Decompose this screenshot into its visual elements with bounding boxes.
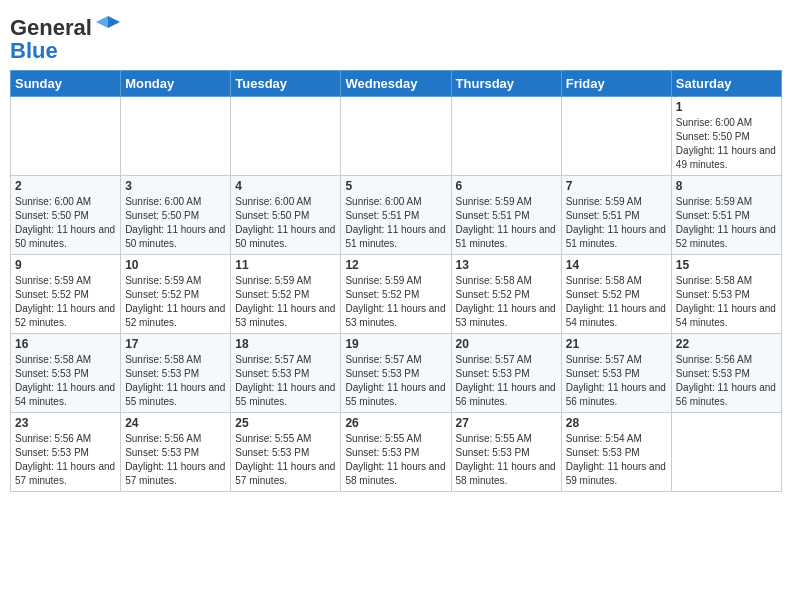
day-info: Sunrise: 5:58 AMSunset: 5:52 PMDaylight:… (456, 274, 557, 330)
day-number: 25 (235, 416, 336, 430)
day-number: 14 (566, 258, 667, 272)
calendar-cell: 4Sunrise: 6:00 AMSunset: 5:50 PMDaylight… (231, 176, 341, 255)
day-info: Sunrise: 5:56 AMSunset: 5:53 PMDaylight:… (125, 432, 226, 488)
calendar-cell (11, 97, 121, 176)
page-header: General Blue (10, 10, 782, 64)
day-info: Sunrise: 6:00 AMSunset: 5:50 PMDaylight:… (676, 116, 777, 172)
calendar-cell: 18Sunrise: 5:57 AMSunset: 5:53 PMDayligh… (231, 334, 341, 413)
day-number: 4 (235, 179, 336, 193)
day-info: Sunrise: 6:00 AMSunset: 5:51 PMDaylight:… (345, 195, 446, 251)
day-info: Sunrise: 6:00 AMSunset: 5:50 PMDaylight:… (15, 195, 116, 251)
calendar-week-row: 2Sunrise: 6:00 AMSunset: 5:50 PMDaylight… (11, 176, 782, 255)
day-number: 16 (15, 337, 116, 351)
day-number: 18 (235, 337, 336, 351)
day-info: Sunrise: 5:58 AMSunset: 5:53 PMDaylight:… (125, 353, 226, 409)
calendar-cell (671, 413, 781, 492)
calendar-cell: 27Sunrise: 5:55 AMSunset: 5:53 PMDayligh… (451, 413, 561, 492)
day-header-thursday: Thursday (451, 71, 561, 97)
calendar-table: SundayMondayTuesdayWednesdayThursdayFrid… (10, 70, 782, 492)
day-number: 12 (345, 258, 446, 272)
day-info: Sunrise: 5:59 AMSunset: 5:52 PMDaylight:… (15, 274, 116, 330)
calendar-cell: 26Sunrise: 5:55 AMSunset: 5:53 PMDayligh… (341, 413, 451, 492)
day-header-saturday: Saturday (671, 71, 781, 97)
day-info: Sunrise: 5:59 AMSunset: 5:51 PMDaylight:… (456, 195, 557, 251)
day-info: Sunrise: 5:59 AMSunset: 5:51 PMDaylight:… (676, 195, 777, 251)
day-number: 1 (676, 100, 777, 114)
day-info: Sunrise: 5:55 AMSunset: 5:53 PMDaylight:… (235, 432, 336, 488)
day-header-monday: Monday (121, 71, 231, 97)
day-number: 17 (125, 337, 226, 351)
day-number: 22 (676, 337, 777, 351)
day-number: 24 (125, 416, 226, 430)
svg-marker-1 (96, 16, 108, 28)
day-number: 20 (456, 337, 557, 351)
calendar-cell (561, 97, 671, 176)
calendar-cell: 24Sunrise: 5:56 AMSunset: 5:53 PMDayligh… (121, 413, 231, 492)
logo: General Blue (10, 14, 122, 64)
logo-flag-icon (94, 14, 122, 42)
day-info: Sunrise: 5:55 AMSunset: 5:53 PMDaylight:… (456, 432, 557, 488)
day-header-friday: Friday (561, 71, 671, 97)
day-number: 5 (345, 179, 446, 193)
day-number: 11 (235, 258, 336, 272)
day-number: 23 (15, 416, 116, 430)
calendar-cell (451, 97, 561, 176)
day-info: Sunrise: 5:59 AMSunset: 5:52 PMDaylight:… (345, 274, 446, 330)
day-info: Sunrise: 5:59 AMSunset: 5:52 PMDaylight:… (235, 274, 336, 330)
day-info: Sunrise: 5:59 AMSunset: 5:51 PMDaylight:… (566, 195, 667, 251)
day-number: 28 (566, 416, 667, 430)
day-info: Sunrise: 6:00 AMSunset: 5:50 PMDaylight:… (235, 195, 336, 251)
calendar-cell: 13Sunrise: 5:58 AMSunset: 5:52 PMDayligh… (451, 255, 561, 334)
day-number: 6 (456, 179, 557, 193)
day-info: Sunrise: 5:59 AMSunset: 5:52 PMDaylight:… (125, 274, 226, 330)
calendar-cell: 2Sunrise: 6:00 AMSunset: 5:50 PMDaylight… (11, 176, 121, 255)
day-number: 10 (125, 258, 226, 272)
day-number: 21 (566, 337, 667, 351)
calendar-cell: 7Sunrise: 5:59 AMSunset: 5:51 PMDaylight… (561, 176, 671, 255)
calendar-cell (121, 97, 231, 176)
day-number: 7 (566, 179, 667, 193)
day-header-wednesday: Wednesday (341, 71, 451, 97)
calendar-cell (341, 97, 451, 176)
calendar-week-row: 9Sunrise: 5:59 AMSunset: 5:52 PMDaylight… (11, 255, 782, 334)
calendar-cell: 23Sunrise: 5:56 AMSunset: 5:53 PMDayligh… (11, 413, 121, 492)
day-info: Sunrise: 5:55 AMSunset: 5:53 PMDaylight:… (345, 432, 446, 488)
day-info: Sunrise: 6:00 AMSunset: 5:50 PMDaylight:… (125, 195, 226, 251)
calendar-cell: 16Sunrise: 5:58 AMSunset: 5:53 PMDayligh… (11, 334, 121, 413)
day-info: Sunrise: 5:58 AMSunset: 5:52 PMDaylight:… (566, 274, 667, 330)
day-info: Sunrise: 5:58 AMSunset: 5:53 PMDaylight:… (15, 353, 116, 409)
calendar-cell: 11Sunrise: 5:59 AMSunset: 5:52 PMDayligh… (231, 255, 341, 334)
calendar-cell: 5Sunrise: 6:00 AMSunset: 5:51 PMDaylight… (341, 176, 451, 255)
day-number: 8 (676, 179, 777, 193)
calendar-cell (231, 97, 341, 176)
day-info: Sunrise: 5:54 AMSunset: 5:53 PMDaylight:… (566, 432, 667, 488)
day-number: 27 (456, 416, 557, 430)
calendar-cell: 10Sunrise: 5:59 AMSunset: 5:52 PMDayligh… (121, 255, 231, 334)
calendar-cell: 9Sunrise: 5:59 AMSunset: 5:52 PMDaylight… (11, 255, 121, 334)
day-number: 3 (125, 179, 226, 193)
day-number: 9 (15, 258, 116, 272)
day-info: Sunrise: 5:57 AMSunset: 5:53 PMDaylight:… (345, 353, 446, 409)
day-number: 13 (456, 258, 557, 272)
day-header-tuesday: Tuesday (231, 71, 341, 97)
calendar-cell: 21Sunrise: 5:57 AMSunset: 5:53 PMDayligh… (561, 334, 671, 413)
calendar-cell: 8Sunrise: 5:59 AMSunset: 5:51 PMDaylight… (671, 176, 781, 255)
svg-marker-0 (108, 16, 120, 28)
calendar-week-row: 16Sunrise: 5:58 AMSunset: 5:53 PMDayligh… (11, 334, 782, 413)
calendar-cell: 20Sunrise: 5:57 AMSunset: 5:53 PMDayligh… (451, 334, 561, 413)
calendar-cell: 22Sunrise: 5:56 AMSunset: 5:53 PMDayligh… (671, 334, 781, 413)
calendar-week-row: 1Sunrise: 6:00 AMSunset: 5:50 PMDaylight… (11, 97, 782, 176)
calendar-cell: 25Sunrise: 5:55 AMSunset: 5:53 PMDayligh… (231, 413, 341, 492)
calendar-cell: 14Sunrise: 5:58 AMSunset: 5:52 PMDayligh… (561, 255, 671, 334)
calendar-cell: 6Sunrise: 5:59 AMSunset: 5:51 PMDaylight… (451, 176, 561, 255)
day-info: Sunrise: 5:57 AMSunset: 5:53 PMDaylight:… (456, 353, 557, 409)
day-info: Sunrise: 5:57 AMSunset: 5:53 PMDaylight:… (235, 353, 336, 409)
day-header-sunday: Sunday (11, 71, 121, 97)
calendar-cell: 12Sunrise: 5:59 AMSunset: 5:52 PMDayligh… (341, 255, 451, 334)
day-number: 26 (345, 416, 446, 430)
calendar-week-row: 23Sunrise: 5:56 AMSunset: 5:53 PMDayligh… (11, 413, 782, 492)
day-info: Sunrise: 5:57 AMSunset: 5:53 PMDaylight:… (566, 353, 667, 409)
calendar-cell: 28Sunrise: 5:54 AMSunset: 5:53 PMDayligh… (561, 413, 671, 492)
calendar-cell: 1Sunrise: 6:00 AMSunset: 5:50 PMDaylight… (671, 97, 781, 176)
day-number: 2 (15, 179, 116, 193)
